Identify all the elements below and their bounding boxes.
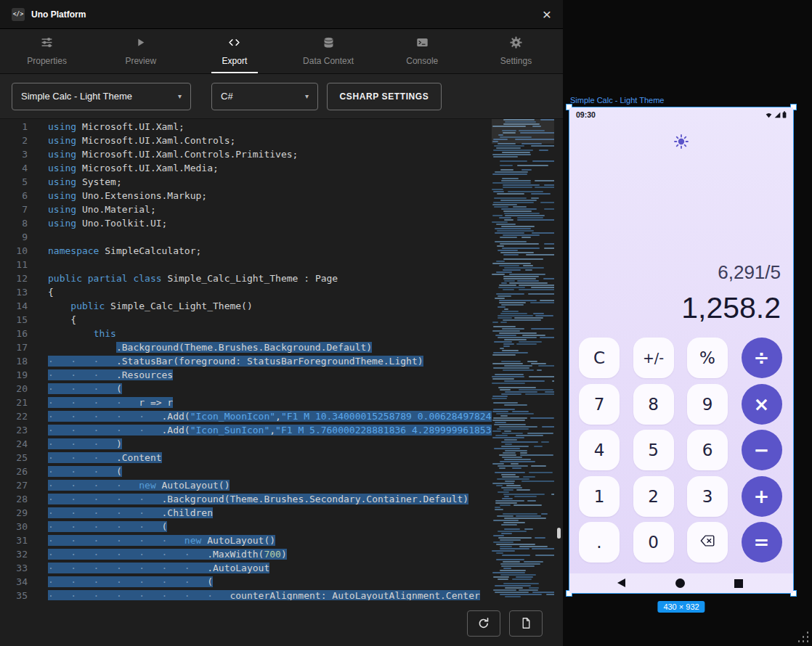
tab-label: Data Context xyxy=(303,56,354,66)
refresh-button[interactable] xyxy=(467,610,500,637)
key-0[interactable]: 0 xyxy=(633,522,674,563)
key-1[interactable]: 1 xyxy=(579,476,620,517)
tab-properties[interactable]: Properties xyxy=(0,29,94,73)
key-5[interactable]: 5 xyxy=(633,430,674,470)
code-line: 33· · · · · · · .AutoLayout xyxy=(0,561,492,575)
toolbar: Simple Calc - Light Theme ▾ C# ▾ CSHARP … xyxy=(0,74,563,119)
code-logo-icon: </> xyxy=(12,8,25,21)
key-add[interactable]: + xyxy=(742,476,782,517)
code-editor[interactable]: 1using Microsoft.UI.Xaml;2using Microsof… xyxy=(0,119,563,600)
csharp-settings-button[interactable]: CSHARP SETTINGS xyxy=(327,83,442,110)
home-icon[interactable] xyxy=(675,578,685,588)
resize-grip-icon[interactable] xyxy=(797,631,808,642)
phone-screen: 09:30 xyxy=(569,107,793,593)
code-line: 25· · · .Content xyxy=(0,451,492,465)
line-number: 17 xyxy=(0,340,45,354)
android-nav-bar xyxy=(569,573,793,593)
code-line: 19· · · .Resources xyxy=(0,368,492,382)
phone-frame[interactable]: 09:30 xyxy=(569,107,794,594)
code-line: 1using Microsoft.UI.Xaml; xyxy=(0,120,492,134)
key-backspace[interactable] xyxy=(687,522,728,563)
key-clear[interactable]: C xyxy=(579,338,620,378)
key-label: 0 xyxy=(648,533,659,552)
key-label: % xyxy=(699,348,715,367)
code-lines: 1using Microsoft.UI.Xaml;2using Microsof… xyxy=(0,119,492,600)
title-group: </> Uno Platform xyxy=(12,8,86,21)
key-decimal[interactable]: . xyxy=(579,522,620,563)
key-6[interactable]: 6 xyxy=(687,430,728,470)
data-context-icon xyxy=(322,36,335,51)
code-line: 31· · · · · · new AutoLayout() xyxy=(0,533,492,547)
close-icon[interactable]: × xyxy=(543,7,551,22)
key-negate[interactable]: +/- xyxy=(633,338,674,378)
chevron-down-icon: ▾ xyxy=(305,92,309,100)
line-number: 5 xyxy=(0,175,45,189)
key-2[interactable]: 2 xyxy=(633,476,674,517)
key-divide[interactable]: ÷ xyxy=(742,338,782,378)
line-number: 26 xyxy=(0,465,45,478)
design-canvas[interactable]: Simple Calc - Light Theme 09:30 xyxy=(563,0,812,646)
code-line: 11 xyxy=(0,258,492,271)
language-dropdown-value: C# xyxy=(221,91,233,102)
title-bar: </> Uno Platform × xyxy=(0,0,563,29)
key-multiply[interactable]: × xyxy=(742,384,782,425)
frame-label[interactable]: Simple Calc - Light Theme xyxy=(570,96,664,105)
code-line: 12public partial class Simple_Calc_Light… xyxy=(0,271,492,285)
key-label: + xyxy=(754,486,770,507)
calc-result: 1,258.2 xyxy=(681,290,781,325)
key-8[interactable]: 8 xyxy=(633,384,674,425)
code-line: 35· · · · · · · · counterAlignment: Auto… xyxy=(0,589,492,600)
code-line: 23· · · · · .Add("Icon_SunIcon","F1 M 5.… xyxy=(0,423,492,437)
code-line: 22· · · · · .Add("Icon_MoonIcon","F1 M 1… xyxy=(0,409,492,423)
recents-icon[interactable] xyxy=(734,579,743,588)
line-number: 8 xyxy=(0,216,45,230)
tab-console[interactable]: Console xyxy=(375,29,469,73)
tab-settings[interactable]: Settings xyxy=(469,29,563,73)
key-9[interactable]: 9 xyxy=(687,384,728,425)
key-equals[interactable]: = xyxy=(742,522,782,563)
window-title: Uno Platform xyxy=(31,9,86,20)
tab-label: Properties xyxy=(27,56,67,66)
language-dropdown[interactable]: C# ▾ xyxy=(211,83,318,110)
line-number: 15 xyxy=(0,313,45,327)
key-label: 5 xyxy=(648,441,659,459)
minimap[interactable] xyxy=(492,119,554,600)
minimap-viewport[interactable] xyxy=(492,119,554,144)
tab-data-context[interactable]: Data Context xyxy=(282,29,375,73)
code-line: 26· · · ( xyxy=(0,465,492,478)
key-label: 3 xyxy=(702,487,713,506)
line-number: 11 xyxy=(0,258,45,271)
line-number: 31 xyxy=(0,533,45,547)
key-3[interactable]: 3 xyxy=(687,476,728,517)
key-subtract[interactable]: − xyxy=(742,430,782,470)
wifi-icon xyxy=(766,112,772,118)
line-number: 2 xyxy=(0,134,45,147)
theme-dropdown[interactable]: Simple Calc - Light Theme ▾ xyxy=(12,83,191,110)
line-number: 35 xyxy=(0,589,45,600)
key-4[interactable]: 4 xyxy=(579,430,620,470)
code-line: 30· · · · · ( xyxy=(0,520,492,533)
tab-label: Export xyxy=(222,56,248,66)
line-number: 21 xyxy=(0,396,45,409)
tab-export[interactable]: Export xyxy=(187,29,281,73)
chevron-down-icon: ▾ xyxy=(178,92,182,100)
line-number: 16 xyxy=(0,327,45,340)
code-line: 10namespace SimpleCalculator; xyxy=(0,244,492,258)
signal-icon xyxy=(774,112,781,118)
back-icon[interactable] xyxy=(617,578,625,587)
scrollbar-thumb[interactable] xyxy=(557,528,561,539)
line-number: 14 xyxy=(0,299,45,313)
code-line: 4using Microsoft.UI.Xaml.Media; xyxy=(0,161,492,175)
line-number: 19 xyxy=(0,368,45,382)
code-line: 28· · · · · .Background(Theme.Brushes.Se… xyxy=(0,492,492,506)
key-7[interactable]: 7 xyxy=(579,384,620,425)
key-percent[interactable]: % xyxy=(687,338,728,378)
tab-label: Console xyxy=(406,56,438,66)
theme-toggle-sun-icon[interactable] xyxy=(673,134,689,150)
export-file-button[interactable] xyxy=(509,610,543,637)
code-line: 15 { xyxy=(0,313,492,327)
key-label: . xyxy=(596,533,601,552)
key-label: 9 xyxy=(702,395,713,414)
tab-preview[interactable]: Preview xyxy=(94,29,187,73)
line-number: 12 xyxy=(0,271,45,285)
